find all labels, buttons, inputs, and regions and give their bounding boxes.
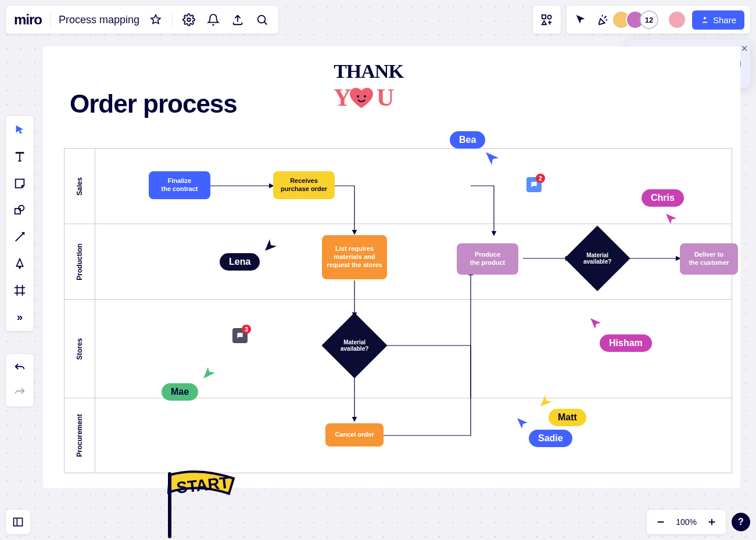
svg-point-11 xyxy=(357,95,359,98)
node-finalize[interactable]: Finalize the contract xyxy=(149,171,210,199)
board-canvas[interactable]: Order process THANK Y U Sales Production… xyxy=(43,46,740,488)
pen-tool[interactable] xyxy=(12,255,28,272)
svg-rect-1 xyxy=(542,15,546,19)
star-icon[interactable] xyxy=(148,12,164,28)
zoom-in-button[interactable] xyxy=(704,514,720,530)
more-tools-icon[interactable]: » xyxy=(12,309,28,325)
share-button[interactable]: Share xyxy=(692,10,744,30)
minimap-button[interactable] xyxy=(6,510,30,534)
node-produce[interactable]: Produce the product xyxy=(457,243,518,275)
divider xyxy=(172,12,173,27)
node-cancel[interactable]: Cancel order xyxy=(325,423,384,447)
select-tool[interactable] xyxy=(12,122,28,138)
share-label: Share xyxy=(713,15,736,25)
top-toolbar: miro Process mapping xyxy=(6,6,278,34)
cursor-hisham: Hisham xyxy=(600,334,652,352)
page-title: Order process xyxy=(70,89,237,118)
left-toolbar: » xyxy=(6,116,34,331)
cursor-sadie: Sadie xyxy=(529,430,572,447)
comment-badge-2[interactable]: 2 xyxy=(526,177,542,192)
export-icon[interactable] xyxy=(230,12,246,28)
thankyou-sticker[interactable]: THANK Y U xyxy=(334,60,403,115)
reactions-icon[interactable] xyxy=(594,12,611,28)
avatar-overflow[interactable]: 12 xyxy=(640,10,658,29)
svg-point-3 xyxy=(704,17,706,19)
undo-button[interactable] xyxy=(12,360,28,376)
cursor-mae: Mae xyxy=(162,383,198,401)
help-button[interactable]: ? xyxy=(732,513,750,531)
cursor-lena: Lena xyxy=(220,253,260,271)
zoom-level[interactable]: 100% xyxy=(676,517,697,527)
swimlane-container: Sales Production Stores Procurement Fina… xyxy=(64,148,732,473)
zoom-controls: 100% ? xyxy=(647,510,750,534)
svg-point-8 xyxy=(19,206,24,211)
text-tool[interactable] xyxy=(12,149,28,165)
redo-button[interactable] xyxy=(12,384,28,401)
settings-icon[interactable] xyxy=(181,12,197,28)
shape-tool[interactable] xyxy=(12,202,28,218)
divider xyxy=(50,12,51,27)
start-flag-sticker[interactable]: START xyxy=(157,470,238,540)
avatar-self[interactable] xyxy=(668,10,686,29)
svg-point-2 xyxy=(547,15,551,19)
svg-text:U: U xyxy=(377,84,394,111)
collab-bar: 12 Share xyxy=(567,6,750,34)
zoom-out-button[interactable] xyxy=(653,514,669,530)
board-title[interactable]: Process mapping xyxy=(59,14,139,26)
node-list[interactable]: List requires materials and request the … xyxy=(322,235,387,279)
line-tool[interactable] xyxy=(12,229,28,245)
cursor-bea: Bea xyxy=(450,131,485,149)
sticky-tool[interactable] xyxy=(12,175,28,192)
close-icon[interactable]: × xyxy=(741,42,748,55)
notifications-icon[interactable] xyxy=(205,12,221,28)
right-cluster: 12 Share xyxy=(533,6,750,34)
cursor-chris: Chris xyxy=(642,189,684,207)
svg-text:Y: Y xyxy=(334,84,351,111)
logo[interactable]: miro xyxy=(14,12,42,28)
node-receives[interactable]: Receives purchase order xyxy=(273,171,335,199)
search-icon[interactable] xyxy=(254,12,270,28)
svg-rect-9 xyxy=(14,518,23,525)
svg-point-0 xyxy=(258,16,266,23)
node-deliver[interactable]: Deliver to the customer xyxy=(680,243,738,275)
cursor-mode-icon[interactable] xyxy=(572,12,589,28)
comment-badge-1[interactable]: 3 xyxy=(232,328,248,343)
apps-button[interactable] xyxy=(533,6,561,34)
cursor-matt: Matt xyxy=(549,409,586,426)
frame-tool[interactable] xyxy=(12,282,28,298)
left-toolbar-history xyxy=(6,354,34,406)
svg-point-12 xyxy=(364,95,366,98)
